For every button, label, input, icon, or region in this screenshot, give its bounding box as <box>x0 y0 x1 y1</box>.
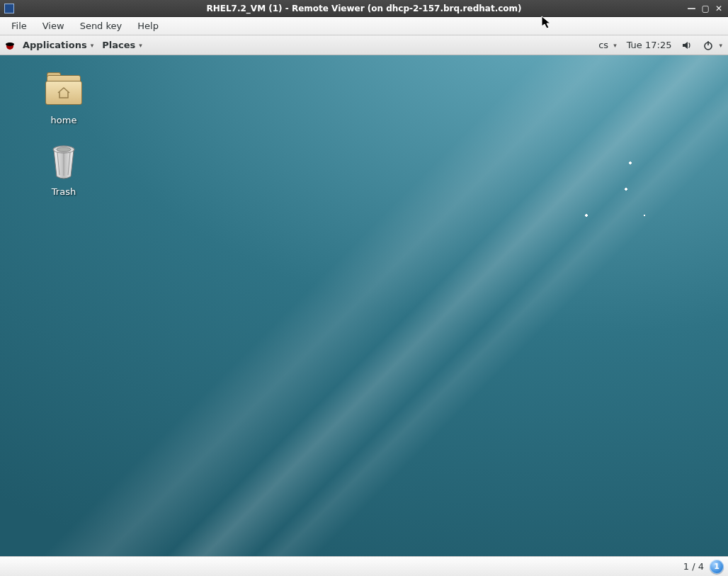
chevron-down-icon: ▾ <box>139 42 142 49</box>
places-label: Places <box>102 40 135 50</box>
menu-view[interactable]: View <box>35 18 72 33</box>
titlebar[interactable]: RHEL7.2_VM (1) - Remote Viewer (on dhcp-… <box>0 0 728 17</box>
viewer-statusbar: 1 / 4 1 <box>0 556 728 576</box>
system-tray: cs ▾ Tue 17:25 ▾ <box>598 40 724 51</box>
viewer-menubar: File View Send key Help <box>0 17 728 35</box>
window-title: RHEL7.2_VM (1) - Remote Viewer (on dhcp-… <box>206 4 521 13</box>
window-controls: — ▢ ✕ <box>688 4 728 13</box>
clock-label: Tue 17:25 <box>627 40 672 50</box>
menu-file[interactable]: File <box>4 18 34 33</box>
svg-point-1 <box>6 43 14 46</box>
volume-icon <box>681 40 693 51</box>
volume-indicator[interactable] <box>681 40 693 51</box>
guest-desktop[interactable]: Applications ▾ Places ▾ cs ▾ Tue 17:25 <box>0 35 728 556</box>
places-menu[interactable]: Places ▾ <box>98 40 147 50</box>
power-menu[interactable]: ▾ <box>703 40 722 51</box>
close-button[interactable]: ✕ <box>715 4 722 13</box>
chevron-down-icon: ▾ <box>719 42 722 49</box>
app-badge-icon <box>4 4 14 13</box>
home-folder-icon <box>41 72 86 112</box>
desktop-icon-trash[interactable]: Trash <box>28 144 99 197</box>
redhat-logo-icon <box>4 40 16 51</box>
applications-menu[interactable]: Applications ▾ <box>18 40 98 50</box>
chevron-down-icon: ▾ <box>91 42 94 49</box>
desktop-icon-label: Trash <box>28 186 99 197</box>
applications-label: Applications <box>23 40 87 50</box>
menu-send-key[interactable]: Send key <box>73 18 130 33</box>
chevron-down-icon: ▾ <box>613 42 617 49</box>
minimize-button[interactable]: — <box>688 4 696 13</box>
workspace-indicator-text: 1 / 4 <box>683 561 704 572</box>
input-source-indicator[interactable]: cs ▾ <box>598 40 616 50</box>
trash-icon <box>41 144 86 183</box>
input-source-label: cs <box>598 40 608 50</box>
svg-point-6 <box>57 147 71 152</box>
workspace-badge[interactable]: 1 <box>710 560 724 574</box>
desktop-icon-home[interactable]: home <box>28 72 99 125</box>
gnome-top-panel: Applications ▾ Places ▾ cs ▾ Tue 17:25 <box>0 35 728 55</box>
maximize-button[interactable]: ▢ <box>702 4 710 13</box>
clock[interactable]: Tue 17:25 <box>627 40 672 50</box>
power-icon <box>703 40 714 51</box>
menu-help[interactable]: Help <box>130 18 166 33</box>
desktop-icon-area[interactable]: home Trash <box>0 55 728 556</box>
desktop-icon-label: home <box>28 115 99 125</box>
